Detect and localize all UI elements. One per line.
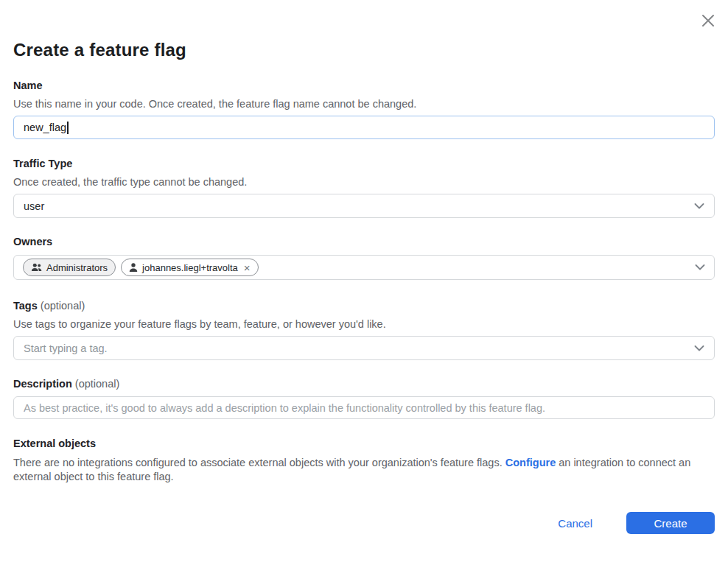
external-objects-text: There are no integrations configured to … xyxy=(13,456,715,483)
description-label-text: Description xyxy=(13,378,72,390)
name-label: Name xyxy=(13,80,715,91)
traffic-type-section: Traffic Type Once created, the traffic t… xyxy=(13,158,715,218)
close-button[interactable] xyxy=(699,11,718,30)
external-objects-text-before: There are no integrations configured to … xyxy=(13,457,505,468)
traffic-type-select[interactable]: user xyxy=(13,194,715,218)
tags-select[interactable]: Start typing a tag. xyxy=(13,336,715,360)
text-caret xyxy=(67,122,69,134)
owners-select[interactable]: Administrators johannes.liegl+travolta × xyxy=(13,255,715,280)
name-section: Name Use this name in your code. Once cr… xyxy=(13,80,715,139)
owners-section: Owners Administrators xyxy=(13,236,715,280)
traffic-type-label: Traffic Type xyxy=(13,158,715,169)
dialog-footer: Cancel Create xyxy=(13,512,715,534)
tags-label-text: Tags xyxy=(13,300,38,312)
traffic-type-value: user xyxy=(24,200,44,212)
tags-section: Tags (optional) Use tags to organize you… xyxy=(13,300,715,360)
tags-placeholder: Start typing a tag. xyxy=(24,343,108,354)
create-feature-flag-dialog: Create a feature flag Name Use this name… xyxy=(0,0,728,534)
configure-link[interactable]: Configure xyxy=(505,457,556,468)
owner-chip-user[interactable]: johannes.liegl+travolta × xyxy=(121,259,259,276)
owner-chip-label: johannes.liegl+travolta xyxy=(142,262,238,273)
description-input[interactable] xyxy=(13,396,715,419)
chevron-down-icon xyxy=(695,264,705,270)
name-input-value: new_flag xyxy=(24,122,66,133)
external-objects-label: External objects xyxy=(13,438,715,449)
name-input[interactable]: new_flag xyxy=(13,116,715,139)
person-icon xyxy=(129,263,138,272)
name-description: Use this name in your code. Once created… xyxy=(13,98,715,110)
owner-chip-label: Administrators xyxy=(46,262,108,273)
description-optional-text: (optional) xyxy=(75,378,119,390)
chevron-down-icon xyxy=(694,203,704,209)
owner-chip-administrators[interactable]: Administrators xyxy=(23,259,116,276)
page-title: Create a feature flag xyxy=(13,40,715,60)
close-icon xyxy=(700,13,716,29)
tags-optional-text: (optional) xyxy=(41,300,85,312)
remove-owner-icon[interactable]: × xyxy=(244,262,251,273)
external-objects-section: External objects There are no integratio… xyxy=(13,438,715,483)
traffic-type-description: Once created, the traffic type cannot be… xyxy=(13,176,715,188)
cancel-button[interactable]: Cancel xyxy=(558,517,592,530)
chevron-down-icon xyxy=(694,345,704,351)
create-button[interactable]: Create xyxy=(626,512,715,534)
tags-description: Use tags to organize your feature flags … xyxy=(13,318,715,330)
group-icon xyxy=(31,263,42,272)
description-label: Description (optional) xyxy=(13,378,715,390)
description-section: Description (optional) xyxy=(13,378,715,419)
tags-label: Tags (optional) xyxy=(13,300,715,312)
owners-label: Owners xyxy=(13,236,715,247)
